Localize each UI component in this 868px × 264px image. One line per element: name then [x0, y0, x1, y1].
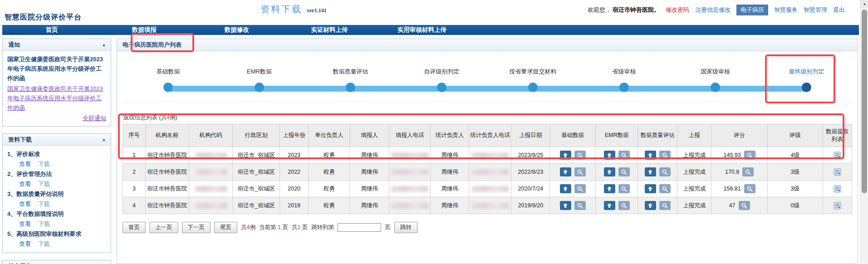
- view-link[interactable]: 查看: [19, 161, 31, 167]
- cell-seq: 3: [123, 181, 146, 197]
- upload-button[interactable]: [604, 201, 615, 210]
- data-extract-icon[interactable]: [834, 168, 841, 176]
- score-view-button[interactable]: [742, 167, 754, 176]
- view-button[interactable]: [618, 151, 630, 160]
- header-link-4[interactable]: 智慧管理: [804, 6, 827, 14]
- cell-region: 宿迁市_宿城区: [233, 147, 280, 164]
- magnifier-icon: [662, 152, 668, 158]
- header-link-3[interactable]: 智慧服务: [774, 6, 798, 14]
- cell-reporter-phone: [389, 197, 430, 214]
- vertical-scrollbar[interactable]: ▲: [860, 0, 868, 264]
- download-link[interactable]: 下载: [38, 200, 50, 207]
- view-button[interactable]: [574, 184, 586, 193]
- nav-item-0[interactable]: 首页: [5, 25, 98, 35]
- nav-item-3[interactable]: 实证材料上传: [283, 25, 376, 35]
- cell-report-date: 2020/7/24: [511, 181, 550, 197]
- magnifier-icon: [621, 203, 627, 209]
- column-header: EMR数据: [596, 124, 638, 147]
- nav-item-4[interactable]: 实用审核材料上传: [376, 25, 468, 35]
- cell-extract: [823, 164, 852, 181]
- scroll-up-arrow-icon[interactable]: ▲: [861, 0, 868, 8]
- upload-arrow-icon: [647, 186, 653, 191]
- download-link[interactable]: 下载: [38, 181, 50, 187]
- score-view-button[interactable]: [744, 151, 755, 160]
- view-button[interactable]: [618, 167, 630, 176]
- view-button[interactable]: [574, 201, 586, 210]
- step-6: 国家级审核: [670, 68, 761, 102]
- score-view-button[interactable]: [744, 184, 755, 193]
- upload-button[interactable]: [645, 167, 656, 176]
- cell-year: 2020: [280, 181, 309, 197]
- collapse-caret-icon[interactable]: ▲: [102, 42, 106, 47]
- notice-panel-header[interactable]: 通知 ▲: [3, 39, 111, 51]
- view-button[interactable]: [659, 151, 671, 160]
- upload-button[interactable]: [645, 151, 656, 160]
- upload-arrow-icon: [607, 186, 612, 191]
- cell-seq: 2: [123, 164, 146, 181]
- header-link-5[interactable]: 退出: [833, 6, 845, 14]
- view-button[interactable]: [659, 201, 671, 210]
- step-label: 省级审核: [613, 68, 636, 76]
- view-link[interactable]: 查看: [19, 181, 31, 187]
- score-view-button[interactable]: [739, 201, 750, 210]
- upload-button[interactable]: [560, 184, 571, 193]
- step-label: 基础数据: [157, 68, 180, 76]
- upload-button[interactable]: [560, 151, 571, 160]
- notice-link[interactable]: 国家卫生健康委医政司关于开展2023年电子病历系统应用水平分级评价工作的函: [7, 84, 106, 112]
- download-item: 4、平台数据填报说明: [7, 209, 106, 219]
- collapse-caret-icon[interactable]: ▲: [102, 137, 106, 142]
- step-dot-icon: [255, 83, 264, 92]
- step-dot-icon: [711, 83, 720, 92]
- cell-basic-data: [550, 147, 596, 164]
- first-page-button[interactable]: 首页: [123, 222, 146, 233]
- redacted-phone: [391, 186, 428, 192]
- jump-button[interactable]: 跳转: [394, 222, 417, 233]
- next-page-button[interactable]: 下一页: [182, 222, 211, 233]
- view-link[interactable]: 查看: [19, 240, 31, 247]
- view-link[interactable]: 查看: [19, 200, 31, 207]
- download-link[interactable]: 下载: [38, 220, 50, 227]
- welcome-row: 欢迎您， 宿迁市钟吾医院。 修改密码注册信息修改电子病历智慧服务智慧管理退出: [588, 5, 845, 15]
- download-panel-header[interactable]: 资料下载 ▲: [3, 134, 111, 146]
- upload-button[interactable]: [645, 201, 656, 210]
- upload-button[interactable]: [560, 201, 571, 210]
- download-link[interactable]: 下载: [38, 161, 50, 167]
- view-button[interactable]: [574, 167, 586, 176]
- header-link-2[interactable]: 电子病历: [736, 5, 768, 15]
- data-extract-icon[interactable]: [834, 185, 841, 193]
- upload-button[interactable]: [604, 184, 615, 193]
- cell-basic-data: [550, 164, 596, 181]
- upload-button[interactable]: [604, 167, 615, 176]
- todo-panel-header[interactable]: 待办事务 ▲: [3, 260, 111, 264]
- all-notices-link[interactable]: 全部通知: [83, 115, 106, 122]
- view-button[interactable]: [659, 167, 671, 176]
- header-link-1[interactable]: 注册信息修改: [695, 6, 731, 14]
- upload-arrow-icon: [647, 203, 653, 208]
- download-link[interactable]: 下载: [38, 240, 50, 247]
- upload-button[interactable]: [645, 184, 656, 193]
- upload-button[interactable]: [560, 167, 571, 176]
- upload-button[interactable]: [604, 151, 615, 160]
- cell-stat-phone: [469, 181, 511, 197]
- column-header: 填报人: [350, 124, 389, 147]
- view-button[interactable]: [659, 184, 671, 193]
- data-extract-icon[interactable]: [834, 202, 841, 210]
- redacted-phone: [391, 169, 428, 175]
- scrollbar-thumb[interactable]: [862, 10, 867, 193]
- prev-page-button[interactable]: 上一页: [149, 222, 178, 233]
- last-page-button[interactable]: 尾页: [214, 222, 237, 233]
- nav-item-1[interactable]: 数据填报: [98, 25, 191, 35]
- cell-extract: [823, 181, 852, 197]
- view-button[interactable]: [618, 201, 630, 210]
- jump-page-input[interactable]: [338, 223, 381, 232]
- step-7[interactable]: 最终级别判定: [761, 68, 852, 102]
- data-extract-icon[interactable]: [834, 152, 841, 159]
- view-link[interactable]: 查看: [19, 220, 31, 227]
- main-content: 基础数据 EMR数据 数据质量评估 自评级别判定 按省要求提交材料 省级审核 国…: [117, 55, 858, 233]
- view-button[interactable]: [574, 151, 586, 160]
- column-header: 单位负责人: [308, 124, 349, 147]
- column-header: 评分: [711, 124, 767, 147]
- nav-item-2[interactable]: 数据修改: [191, 25, 283, 35]
- header-link-0[interactable]: 修改密码: [666, 6, 689, 14]
- view-button[interactable]: [618, 184, 630, 193]
